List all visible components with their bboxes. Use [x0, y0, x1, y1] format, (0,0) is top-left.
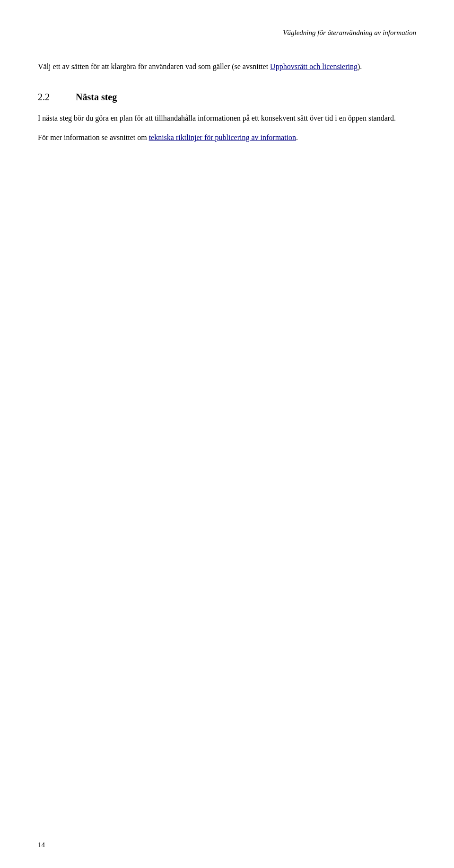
upphovsratt-link[interactable]: Upphovsrätt och licensiering [270, 62, 358, 70]
intro-text-before-link: Välj ett av sätten för att klargöra för … [38, 62, 270, 70]
section-body: I nästa steg bör du göra en plan för att… [38, 112, 416, 144]
section-paragraph-2: För mer information se avsnittet om tekn… [38, 132, 416, 144]
section-number: 2.2 [38, 92, 57, 103]
page: Vägledning för återanvändning av informa… [0, 0, 454, 868]
page-number: 14 [38, 841, 45, 849]
section-paragraph-1: I nästa steg bör du göra en plan för att… [38, 112, 416, 124]
intro-text-after-link: ). [358, 62, 362, 70]
header-title: Vägledning för återanvändning av informa… [283, 29, 416, 36]
intro-paragraph: Välj ett av sätten för att klargöra för … [38, 61, 416, 73]
section-heading: 2.2 Nästa steg [38, 92, 416, 103]
tekniska-riktlinjer-link[interactable]: tekniska riktlinjer för publicering av i… [149, 133, 296, 141]
page-header: Vägledning för återanvändning av informa… [38, 28, 416, 37]
section-title: Nästa steg [76, 92, 117, 103]
section-paragraph-2-after-link: . [296, 133, 298, 141]
section-paragraph-2-before-link: För mer information se avsnittet om [38, 133, 149, 141]
